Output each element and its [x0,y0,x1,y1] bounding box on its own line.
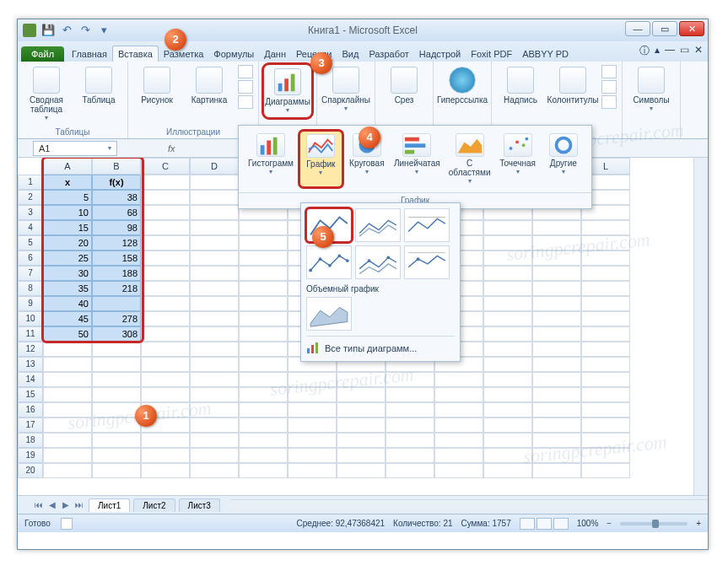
cell[interactable] [190,205,239,220]
cell[interactable] [581,387,630,402]
cell[interactable] [190,342,239,357]
cell[interactable] [92,448,141,463]
cell[interactable] [43,402,92,417]
cell[interactable] [92,357,141,372]
cell[interactable]: 128 [92,235,141,250]
cell[interactable] [532,463,581,478]
row-header[interactable]: 6 [18,250,43,266]
cell[interactable] [288,433,337,448]
cell[interactable] [532,357,581,372]
cell[interactable] [190,281,239,296]
tab-data[interactable]: Данн [259,46,291,62]
row-header[interactable]: 18 [18,433,43,448]
cell[interactable]: 15 [43,220,92,235]
zoom-slider[interactable] [620,522,688,525]
cell[interactable] [141,433,190,448]
cell[interactable] [581,326,630,342]
cell[interactable] [239,357,288,372]
cell[interactable] [239,372,288,387]
cell[interactable] [581,235,630,250]
cell[interactable] [141,190,190,205]
cell[interactable] [141,235,190,250]
row-header[interactable]: 5 [18,235,43,250]
doc-close-icon[interactable]: ✕ [694,44,703,58]
cell[interactable] [239,220,288,235]
cell[interactable] [483,311,532,326]
name-box[interactable]: A1▾ [33,141,117,156]
undo-icon[interactable]: ↶ [60,24,73,37]
cell[interactable] [581,357,630,372]
cell[interactable] [337,448,386,463]
cell[interactable] [141,448,190,463]
cell[interactable]: 158 [92,250,141,266]
qat-more-icon[interactable]: ▾ [97,24,111,37]
cell[interactable] [92,402,141,417]
cell[interactable] [337,402,386,417]
table-button[interactable]: Таблица [75,65,122,106]
cell[interactable] [190,357,239,372]
cell[interactable] [92,417,141,433]
cell[interactable] [386,433,434,448]
cell[interactable] [483,463,532,478]
cell[interactable] [386,387,434,402]
cell[interactable]: 38 [92,190,141,205]
cell[interactable] [92,342,141,357]
cell[interactable] [141,250,190,266]
zoom-in-icon[interactable]: + [696,519,701,528]
cell[interactable] [190,311,239,326]
cell[interactable] [434,387,483,402]
cell[interactable] [141,342,190,357]
cell[interactable]: 20 [43,235,92,250]
cell[interactable] [190,326,239,342]
cell[interactable] [92,463,141,478]
cell[interactable] [239,281,288,296]
cell[interactable] [288,417,337,433]
row-header[interactable]: 12 [18,342,43,357]
cell[interactable] [386,402,434,417]
cell[interactable] [190,402,239,417]
row-header[interactable]: 4 [18,220,43,235]
row-header[interactable]: 17 [18,417,43,433]
cell[interactable] [288,372,337,387]
col-header-A[interactable]: A [43,158,92,175]
cell[interactable] [239,433,288,448]
cell[interactable] [190,266,239,281]
cell[interactable] [532,296,581,311]
headerfooter-button[interactable]: Колонтитулы [549,65,596,106]
cell[interactable] [483,281,532,296]
zoom-out-icon[interactable]: − [607,519,612,528]
cell[interactable] [483,433,532,448]
row-header[interactable]: 14 [18,372,43,387]
chart-column-button[interactable]: Гистограмм▾ [245,131,296,187]
cell[interactable]: 5 [43,190,92,205]
vertical-scrollbar[interactable] [693,158,708,495]
col-header-D[interactable]: D [190,158,239,175]
cell[interactable] [434,448,483,463]
cell[interactable]: 308 [92,326,141,342]
cell[interactable] [532,417,581,433]
cell[interactable] [43,357,92,372]
cell[interactable]: 30 [43,266,92,281]
col-header-C[interactable]: C [141,158,190,175]
pivot-table-button[interactable]: Сводная таблица▾ [23,65,70,123]
cell[interactable] [190,190,239,205]
cell[interactable] [141,326,190,342]
maximize-button[interactable]: ▭ [652,21,677,36]
cell[interactable] [43,463,92,478]
cell[interactable] [483,417,532,433]
hyperlink-button[interactable]: Гиперссылка [439,65,486,106]
cell[interactable]: f(x) [92,175,141,190]
cell[interactable] [483,235,532,250]
cell[interactable] [532,235,581,250]
view-pagebreak-icon[interactable] [553,518,569,530]
cell[interactable] [581,311,630,326]
cell[interactable] [532,250,581,266]
cell[interactable] [532,281,581,296]
row-header[interactable]: 15 [18,387,43,402]
cell[interactable] [141,372,190,387]
smartart-icon[interactable] [238,80,253,94]
cell[interactable]: 35 [43,281,92,296]
cell[interactable] [581,296,630,311]
cell[interactable] [434,463,483,478]
cell[interactable] [532,266,581,281]
